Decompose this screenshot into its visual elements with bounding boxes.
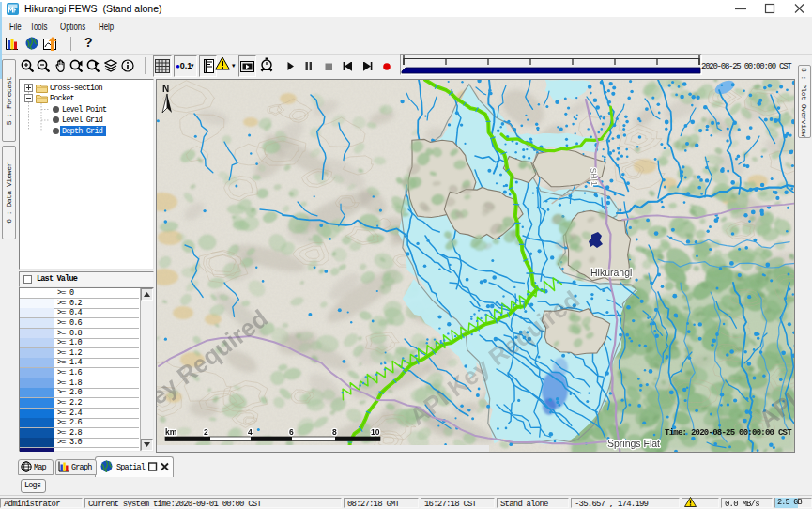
svg-text:km: km (165, 427, 177, 437)
svg-text:8: 8 (332, 427, 337, 437)
svg-text:SH 1: SH 1 (589, 167, 599, 186)
svg-text:10: 10 (371, 427, 380, 437)
svg-text:6: 6 (289, 427, 294, 437)
svg-text:Hikurangi: Hikurangi (590, 267, 632, 278)
svg-text:Springs Flat: Springs Flat (607, 438, 660, 449)
svg-text:2: 2 (204, 427, 208, 437)
svg-text:4: 4 (248, 427, 253, 437)
svg-text:Time: 2020-08-25 00:00:00 CST: Time: 2020-08-25 00:00:00 CST (665, 428, 792, 438)
svg-text:N: N (162, 84, 169, 94)
